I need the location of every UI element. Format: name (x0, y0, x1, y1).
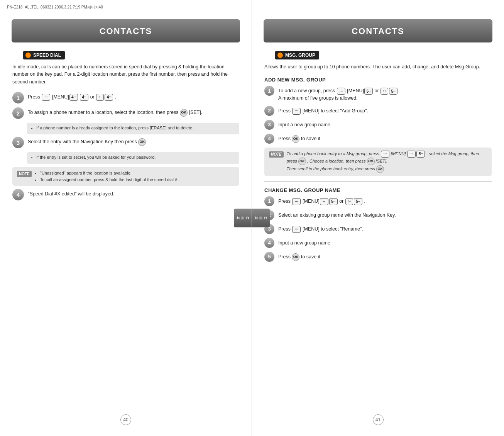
change-section-heading: CHANGE MSG. GROUP NAME (264, 187, 492, 193)
add-step-4-content: Press OK to save it. (278, 134, 492, 143)
step-2-content: To assign a phone number to a location, … (28, 107, 239, 117)
right-page: CONTACTS MSG. GROUP Allows the user to g… (252, 0, 504, 436)
add-step-1-content: To add a new group, press ··· [MENU]5·· … (278, 86, 492, 102)
add-note-text: To add a phone book entry to a Msg group… (287, 151, 487, 173)
menu-key-c1: ··· (292, 198, 301, 205)
add-step-num-3: 3 (264, 120, 274, 130)
change-step-num-4: 4 (264, 238, 274, 248)
step-3-content: Select the entry with the Navigation Key… (28, 137, 239, 146)
add-step-num-4: 4 (264, 134, 274, 144)
ok-key-3: OK (138, 138, 146, 146)
change-step-1-content: Press ··· [MENU]··5·· or ↑+5·· . (278, 196, 492, 205)
key-5num-r1b: 5·· (389, 88, 397, 95)
chapter-tab-left: CH4 (234, 209, 252, 227)
key-4num-a: 4·· (69, 94, 78, 101)
key-4num-c: 4·· (105, 94, 113, 101)
change-step-num-1: 1 (264, 196, 274, 206)
change-step-1: 1 Press ··· [MENU]··5·· or ↑+5·· . (264, 196, 492, 206)
note-general-2: To call an assigned number, press & hold… (40, 176, 178, 183)
chapter-tab-right: CH4 (252, 209, 270, 227)
page-number-right: 41 (373, 414, 384, 425)
ok-key-note2: OK (367, 158, 375, 165)
menu-key-note: ··· (381, 151, 389, 158)
key-4num-b: 4·· (80, 94, 88, 101)
key-5num-r1: 5·· (364, 88, 373, 95)
add-step-2-content: Press ··· [MENU] to select "Add Group". (278, 106, 492, 115)
change-step-3: 3 Press ··· [MENU] to select "Rename". (264, 224, 492, 234)
note-step3: If the entry is set to secret, you will … (27, 152, 239, 164)
add-step-3: 3 Input a new group name. (264, 120, 492, 130)
step-4: 4 "Speed Dial #X edited" will be display… (12, 189, 239, 200)
left-header: CONTACTS (12, 19, 240, 42)
step-num-4: 4 (12, 189, 24, 200)
step-num-2: 2 (12, 107, 24, 119)
left-page: PN-E218_ALLTEL_060321 2006.3.21 7:19 PM페… (0, 0, 252, 436)
key-note-2: 5·· (416, 151, 425, 158)
add-step-num-2: 2 (264, 106, 274, 116)
page-number-left: 40 (120, 414, 131, 425)
step-4-content: "Speed Dial #X edited" will be displayed… (28, 189, 239, 198)
change-step-2: 2 Select an existing group name with the… (264, 210, 492, 220)
ok-key-c5: OK (292, 253, 299, 261)
menu-key-c3: ··· (292, 226, 301, 233)
section-bullet (25, 53, 31, 58)
change-step-2-content: Select an existing group name with the N… (278, 210, 492, 219)
step-3: 3 Select the entry with the Navigation K… (12, 137, 239, 148)
add-step-4: 4 Press OK to save it. (264, 134, 492, 144)
add-note: NOTE To add a phone book entry to a Msg … (264, 148, 492, 176)
menu-key-r2: ··· (292, 108, 301, 115)
step-num-1: 1 (12, 92, 24, 103)
add-step-1: 1 To add a new group, press ··· [MENU]5·… (264, 86, 492, 102)
change-step-5: 5 Press OK to save it. (264, 252, 492, 262)
right-intro: Allows the user to group up to 10 phone … (264, 63, 492, 71)
menu-key: ··· (42, 94, 50, 101)
speed-dial-label: SPEED DIAL (23, 51, 65, 59)
menu-key-r1: ··· (337, 88, 345, 95)
note-general-1: "Unassigned" appears if the location is … (40, 170, 178, 176)
key-up-r1: ↑+ (381, 88, 388, 95)
change-step-5-content: Press OK to save it. (278, 252, 492, 261)
file-info: PN-E218_ALLTEL_060321 2006.3.21 7:19 PM페… (7, 5, 103, 10)
note-step2: If a phone number is already assigned to… (27, 123, 239, 134)
key-5num-c1: ·· (320, 198, 328, 205)
key-5num-c1b: 5·· (329, 198, 338, 205)
add-step-3-content: Input a new group name. (278, 120, 492, 129)
step-1-content: Press ··· [MENU]4·· 4·· or ↑+4·· . (28, 92, 239, 101)
general-note: NOTE "Unassigned" appears if the locatio… (12, 167, 239, 186)
key-note-1: ·· (407, 151, 416, 158)
step-1: 1 Press ··· [MENU]4·· 4·· or ↑+4·· . (12, 92, 239, 103)
msg-group-label: MSG. GROUP (275, 51, 319, 59)
section-bullet-right (277, 53, 283, 58)
ok-key-r4: OK (292, 135, 299, 143)
right-header: CONTACTS (264, 19, 492, 42)
change-step-3-content: Press ··· [MENU] to select "Rename". (278, 224, 492, 233)
ok-key-note: OK (298, 158, 306, 165)
step-num-3: 3 (12, 137, 24, 148)
ok-key-2: OK (180, 109, 188, 117)
key-up: ↑+ (96, 94, 104, 101)
step-2: 2 To assign a phone number to a location… (12, 107, 239, 119)
intro-text: In idle mode, calls can be placed to num… (12, 63, 239, 86)
change-step-4: 4 Input a new group name. (264, 238, 492, 248)
add-step-num-1: 1 (264, 86, 274, 96)
change-step-4-content: Input a new group name. (278, 238, 492, 247)
change-step-num-5: 5 (264, 252, 274, 262)
section-divider (264, 182, 492, 182)
add-step-2: 2 Press ··· [MENU] to select "Add Group"… (264, 106, 492, 116)
key-5num-c1c: 5·· (354, 198, 362, 205)
key-up-c1: ↑+ (345, 198, 353, 205)
add-section-heading: ADD NEW MSG. GROUP (264, 77, 492, 83)
ok-key-note3: OK (376, 165, 384, 173)
